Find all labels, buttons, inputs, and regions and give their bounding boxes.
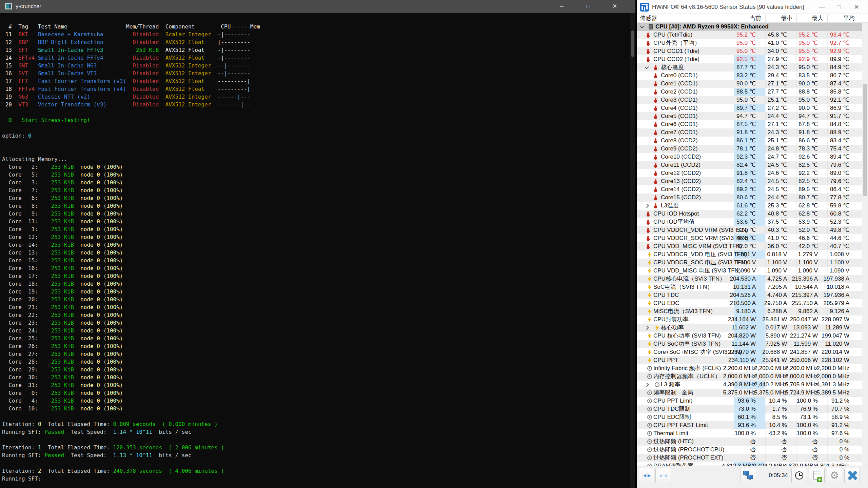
remote-monitoring-button[interactable] bbox=[741, 468, 756, 483]
chevron-right-icon[interactable] bbox=[645, 383, 649, 387]
minimize-button[interactable]: – bbox=[551, 0, 572, 13]
sensor-row[interactable]: Core7 (CCD1)91.8 ℃24.3 ℃91.8 ℃88.9 ℃ bbox=[637, 128, 862, 137]
sensor-row[interactable]: CPU EDC限制60.1 %8.5 %73.1 %58.9 % bbox=[637, 413, 862, 421]
console-text: Core 29: bbox=[2, 366, 38, 373]
sensor-row[interactable]: CPU (Tctl/Tdie)95.2 ℃45.8 ℃95.2 ℃93.4 ℃ bbox=[637, 31, 862, 39]
sensor-row[interactable]: CPU VDDCR_VDD VRM (SVI3 TFN)52.0 ℃40.3 ℃… bbox=[637, 226, 862, 234]
sensor-row[interactable]: CPU TDC204.528 A4.740 A215.397 A197.936 … bbox=[637, 291, 862, 299]
sensor-row[interactable]: CPU 核心功率 (SVI3 TFN)204.820 W5.890 W221.2… bbox=[637, 332, 862, 340]
sensor-row[interactable]: CPU VDD_MISC VRM (SVI3 TFN)42.0 ℃36.0 ℃4… bbox=[637, 242, 862, 250]
collapse-columns-button[interactable]: ►◄ bbox=[655, 468, 671, 483]
sensor-row[interactable]: Core+SoC+MISC 功率 (SVI3 TFN)225.970 W20.6… bbox=[637, 348, 862, 356]
sensor-row[interactable]: CPU VDDCR_VDD 电压 (SVI3 TFN)1.001 V0.818 … bbox=[637, 250, 862, 259]
sensor-label: 频率限制 - 全局 bbox=[653, 389, 693, 397]
sensor-row[interactable]: Core4 (CCD1)89.7 ℃27.2 ℃90.0 ℃86.9 ℃ bbox=[637, 104, 862, 112]
sensor-row[interactable]: CPU核心电流（SVI3 TFN）204.530 A4.725 A215.396… bbox=[637, 275, 862, 283]
sensor-row[interactable]: Core12 (CCD2)91.8 ℃24.6 ℃92.2 ℃89.0 ℃ bbox=[637, 169, 862, 177]
sensor-row[interactable]: CPU CCD1 (Tdie)95.0 ℃34.0 ℃95.5 ℃92.9 ℃ bbox=[637, 47, 862, 55]
hwinfo-scrollbar-thumb[interactable] bbox=[863, 84, 867, 196]
current-value: 9.180 A bbox=[736, 307, 756, 316]
sensor-row[interactable]: CPU PPT Limit93.6 %10.4 %100.0 %91.2 % bbox=[637, 397, 862, 405]
console-line: Core 11: 253 KiB node 0 (100%) bbox=[2, 218, 260, 225]
sensor-row[interactable]: CPU IOD平均值53.6 ℃37.5 ℃53.9 ℃52.3 ℃ bbox=[637, 218, 862, 226]
sensor-row[interactable]: Core3 (CCD1)95.0 ℃25.1 ℃95.0 ℃92.1 ℃ bbox=[637, 96, 862, 104]
sensor-row[interactable]: CPU VDDCR_SOC 电压 (SVI3 TFN)1.100 V1.100 … bbox=[637, 259, 862, 267]
sensor-row[interactable]: DRAM读取带宽4,812.3 MB/s2,424.2 MB/s4,870.9 … bbox=[637, 462, 862, 466]
voltage-bolt-icon bbox=[647, 333, 652, 339]
sensor-row[interactable]: Core15 (CCD2)80.6 ℃24.4 ℃80.7 ℃77.8 ℃ bbox=[637, 194, 862, 202]
chevron-down-icon[interactable] bbox=[640, 24, 644, 28]
sensor-row[interactable]: CPU TDC限制73.0 %1.7 %76.9 %70.7 % bbox=[637, 405, 862, 413]
settings-button[interactable]: ⚙ bbox=[827, 468, 842, 483]
console-text: Disabled bbox=[130, 94, 159, 100]
thermometer-icon bbox=[655, 163, 656, 167]
sensor-row[interactable]: 核心温度87.7 ℃24.3 ℃95.0 ℃84.9 ℃ bbox=[637, 63, 862, 72]
sensor-row[interactable]: Core9 (CCD2)78.1 ℃24.8 ℃78.3 ℃75.4 ℃ bbox=[637, 145, 862, 153]
sensor-row[interactable]: CPU EDC210.500 A29.750 A255.750 A205.979… bbox=[637, 299, 862, 307]
sensor-row[interactable]: CPU PPT FAST Limit93.6 %10.4 %100.0 %91.… bbox=[637, 421, 862, 429]
sensor-row[interactable]: CPU封装功率234.164 W25.861 W250.047 W228.097… bbox=[637, 316, 862, 324]
report-button[interactable] bbox=[809, 468, 825, 483]
current-value: 92.5 ℃ bbox=[736, 55, 756, 63]
hwinfo-scrollbar[interactable] bbox=[862, 23, 868, 466]
chevron-down-icon[interactable] bbox=[645, 65, 649, 69]
sensor-row[interactable]: 内存控制器频率（UCLK）2,000.0 MHz2,000.0 MHz2,000… bbox=[637, 372, 862, 381]
column-header-max[interactable]: 最大 bbox=[812, 14, 823, 22]
sensor-row[interactable]: 过热降频 (PROCHOT EXT)否否否0 % bbox=[637, 454, 862, 462]
sensor-row[interactable]: Core6 (CCD1)87.5 ℃27.1 ℃87.8 ℃84.8 ℃ bbox=[637, 120, 862, 128]
console-scrollbar[interactable] bbox=[630, 13, 635, 488]
sensor-row[interactable]: Infinity Fabric 频率 (FCLK)2,200.0 MHz2,20… bbox=[637, 364, 862, 372]
sensor-row[interactable]: CPU外壳（平均）95.0 ℃41.0 ℃95.0 ℃92.7 ℃ bbox=[637, 39, 862, 47]
sensor-group-cpu[interactable]: CPU [#0]: AMD Ryzen 9 9950X: Enhanced bbox=[637, 23, 862, 31]
console-text: Core 20: bbox=[2, 296, 38, 303]
sensor-row[interactable]: Core2 (CCD1)88.5 ℃27.7 ℃88.8 ℃85.8 ℃ bbox=[637, 88, 862, 96]
sensor-row[interactable]: Core14 (CCD2)89.2 ℃24.5 ℃89.5 ℃86.4 ℃ bbox=[637, 185, 862, 194]
sensor-row[interactable]: Core11 (CCD2)82.4 ℃24.5 ℃82.5 ℃79.6 ℃ bbox=[637, 161, 862, 169]
expand-columns-button[interactable]: ◄► bbox=[639, 468, 654, 483]
column-header-min[interactable]: 最小 bbox=[781, 14, 792, 22]
close-sensors-button[interactable] bbox=[844, 468, 860, 483]
sensor-row[interactable]: CPU SoC功率 (SVI3 TFN)11.144 W7.925 W11.59… bbox=[637, 340, 862, 348]
min-value: 41.0 ℃ bbox=[768, 39, 787, 47]
console-text: node 0 (100%) bbox=[74, 312, 123, 318]
sensor-row[interactable]: MISC电流（SVI3 TFN）9.180 A6.288 A9.862 A9.1… bbox=[637, 307, 862, 316]
sensor-row[interactable]: Core8 (CCD2)86.1 ℃25.1 ℃86.6 ℃83.4 ℃ bbox=[637, 137, 862, 145]
console-titlebar[interactable]: y-cruncher – □ ✕ bbox=[0, 0, 635, 13]
maximize-button[interactable]: □ bbox=[578, 0, 599, 13]
hwinfo-titlebar[interactable]: HWiNFO® 64 v8.16-5600 Sensor Status [90 … bbox=[637, 0, 868, 14]
sensor-row[interactable]: Core10 (CCD2)92.3 ℃24.7 ℃92.6 ℃89.4 ℃ bbox=[637, 153, 862, 161]
sensor-row[interactable]: 核心功率11.602 W0.017 W13.093 W11.289 W bbox=[637, 324, 862, 332]
close-button[interactable]: ✕ bbox=[604, 0, 625, 13]
sensor-row[interactable]: 过热降频 (PROCHOT CPU)否否否0 % bbox=[637, 446, 862, 454]
column-header-current[interactable]: 当前 bbox=[750, 14, 761, 22]
sensor-row[interactable]: L3 频率4,390.8 MHz2,440.2 MHz5,705.9 MHz4,… bbox=[637, 381, 862, 389]
sensor-row[interactable]: CPU IOD Hotspot62.2 ℃40.8 ℃62.8 ℃60.8 ℃ bbox=[637, 210, 862, 218]
column-header-avg[interactable]: 平均 bbox=[843, 14, 855, 22]
chevron-right-icon[interactable] bbox=[645, 204, 649, 208]
chevron-right-icon[interactable] bbox=[645, 326, 649, 330]
sensor-row[interactable]: CPU VDD_MISC 电压 (SVI3 TFN)1.090 V1.090 V… bbox=[637, 267, 862, 275]
sensor-row[interactable]: Core13 (CCD2)82.4 ℃24.5 ℃82.5 ℃79.6 ℃ bbox=[637, 177, 862, 185]
sensor-row[interactable]: CPU CCD2 (Tdie)92.5 ℃27.9 ℃92.9 ℃89.9 ℃ bbox=[637, 55, 862, 63]
avg-value: 197.936 A bbox=[823, 291, 849, 299]
sensor-row[interactable]: CPU VDDCR_SOC VRM (SVI3 TFN)46.6 ℃41.0 ℃… bbox=[637, 234, 862, 242]
column-header-sensor[interactable]: 传感器 bbox=[640, 14, 657, 22]
clock-button[interactable] bbox=[791, 468, 807, 483]
hwinfo-close-button[interactable]: ✕ bbox=[848, 0, 865, 14]
sensor-row[interactable]: Thermal Limit100.0 %43.2 %100.0 %97.6 % bbox=[637, 429, 862, 438]
sensor-row[interactable]: 频率限制 - 全局5,375.0 MHz5,375.0 MHz5,724.9 M… bbox=[637, 389, 862, 397]
sensor-row[interactable]: Core0 (CCD1)83.2 ℃29.4 ℃83.5 ℃80.7 ℃ bbox=[637, 72, 862, 80]
hwinfo-maximize-button[interactable]: □ bbox=[830, 0, 847, 14]
sensor-row[interactable]: Core5 (CCD1)94.7 ℃24.4 ℃94.7 ℃91.7 ℃ bbox=[637, 112, 862, 120]
sensor-row[interactable]: 过热降频 (HTC)否否否0 % bbox=[637, 438, 862, 446]
sensor-row[interactable]: Core1 (CCD1)90.0 ℃27.1 ℃90.0 ℃87.4 ℃ bbox=[637, 80, 862, 88]
hwinfo-minimize-button[interactable]: — bbox=[813, 0, 830, 14]
console-scrollbar-thumb[interactable] bbox=[631, 30, 634, 57]
console-text: 253 KiB bbox=[38, 327, 74, 334]
sensor-row[interactable]: CPU PPT234.110 W25.941 W250.006 W228.102… bbox=[637, 356, 862, 364]
sensor-row[interactable]: L3温度61.6 ℃25.3 ℃62.8 ℃59.8 ℃ bbox=[637, 202, 862, 210]
current-value: 83.2 ℃ bbox=[736, 72, 756, 80]
sensor-row[interactable]: SoC电流（SVI3 TFN）10.131 A7.205 A10.544 A10… bbox=[637, 283, 862, 291]
console-text bbox=[159, 39, 165, 45]
max-value: 250.006 W bbox=[790, 356, 818, 364]
